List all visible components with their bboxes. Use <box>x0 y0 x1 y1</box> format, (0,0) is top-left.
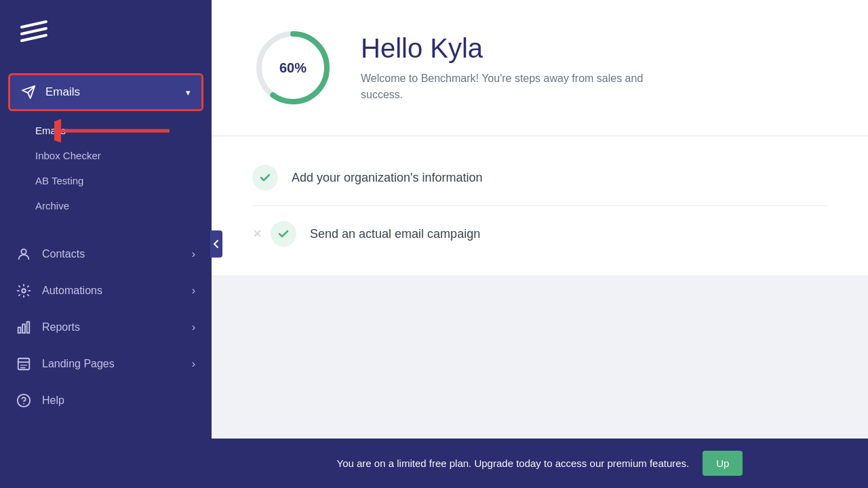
subnav-item-inbox-checker[interactable]: Inbox Checker <box>0 143 212 168</box>
main-nav: Contacts › Automations › <box>0 236 212 488</box>
svg-rect-8 <box>22 324 25 333</box>
automations-chevron: › <box>192 285 195 297</box>
nav-item-reports[interactable]: Reports › <box>0 309 212 346</box>
nav-item-help[interactable]: Help <box>0 382 212 419</box>
checklist-item-campaign-label: Send an actual email campaign <box>310 227 480 241</box>
progress-circle: 60% <box>252 27 334 108</box>
contacts-label: Contacts <box>42 248 85 260</box>
main-content: 60% Hello Kyla Welcome to Benchmark! You… <box>212 0 868 488</box>
contacts-chevron: › <box>192 248 195 260</box>
svg-line-0 <box>22 22 46 27</box>
content-area: 60% Hello Kyla Welcome to Benchmark! You… <box>212 0 868 488</box>
checklist-item-org-info: Add your organization's information <box>252 150 827 206</box>
brand-logo <box>16 19 52 54</box>
svg-rect-9 <box>27 322 30 333</box>
gear-icon <box>16 283 31 298</box>
emails-nav-label: Emails <box>45 85 80 99</box>
svg-point-5 <box>21 249 26 254</box>
checklist-item-org-label: Add your organization's information <box>292 171 483 185</box>
upgrade-button[interactable]: Up <box>703 451 743 476</box>
nav-item-landing-pages[interactable]: Landing Pages › <box>0 346 212 382</box>
send-icon <box>21 85 36 100</box>
landing-pages-chevron: › <box>192 358 195 370</box>
svg-point-6 <box>22 289 26 293</box>
subnav-ab-testing-label: AB Testing <box>35 175 83 186</box>
check-done-icon <box>252 165 278 190</box>
sidebar: Emails ▾ Emails Inbox Checker AB Testing <box>0 0 212 488</box>
progress-percent: 60% <box>279 60 307 76</box>
welcome-text-area: Hello Kyla Welcome to Benchmark! You're … <box>361 33 643 103</box>
svg-rect-7 <box>18 327 21 333</box>
help-label: Help <box>42 394 64 407</box>
collapse-sidebar-button[interactable] <box>210 230 222 258</box>
subnav-item-archive[interactable]: Archive <box>0 193 212 218</box>
person-icon <box>16 247 31 262</box>
logo-area <box>0 0 212 70</box>
subnav-item-emails[interactable]: Emails <box>0 118 212 143</box>
nav-item-automations[interactable]: Automations › <box>0 272 212 309</box>
subnav-inbox-checker-label: Inbox Checker <box>35 150 101 161</box>
red-arrow-annotation <box>54 119 176 143</box>
help-icon <box>16 393 31 408</box>
emails-nav-button[interactable]: Emails ▾ <box>10 75 201 109</box>
x-cancel-icon: ✕ <box>252 226 262 241</box>
checklist-section: Add your organization's information ✕ Se… <box>212 136 868 275</box>
greeting-heading: Hello Kyla <box>361 33 643 64</box>
chevron-down-icon: ▾ <box>186 87 191 98</box>
automations-label: Automations <box>42 285 102 297</box>
landing-pages-label: Landing Pages <box>42 358 115 370</box>
reports-label: Reports <box>42 321 80 333</box>
svg-line-1 <box>22 28 46 34</box>
chart-icon <box>16 320 31 335</box>
check-done-icon-2 <box>271 221 296 247</box>
checklist-item-campaign: ✕ Send an actual email campaign <box>252 206 827 262</box>
svg-line-2 <box>22 35 46 41</box>
subnav-archive-label: Archive <box>35 200 69 211</box>
nav-item-contacts[interactable]: Contacts › <box>0 236 212 272</box>
welcome-card: 60% Hello Kyla Welcome to Benchmark! You… <box>212 0 868 136</box>
svg-point-15 <box>23 403 24 405</box>
page-icon <box>16 357 31 371</box>
emails-subnav: Emails Inbox Checker AB Testing Archive <box>0 114 212 225</box>
emails-nav-wrapper: Emails ▾ <box>8 73 203 111</box>
welcome-description: Welcome to Benchmark! You're steps away … <box>361 70 643 103</box>
subnav-item-ab-testing[interactable]: AB Testing <box>0 168 212 193</box>
bottom-banner: You are on a limited free plan. Upgrade … <box>212 439 868 488</box>
collapse-icon <box>213 239 220 249</box>
reports-chevron: › <box>192 321 195 333</box>
banner-text: You are on a limited free plan. Upgrade … <box>337 458 690 469</box>
